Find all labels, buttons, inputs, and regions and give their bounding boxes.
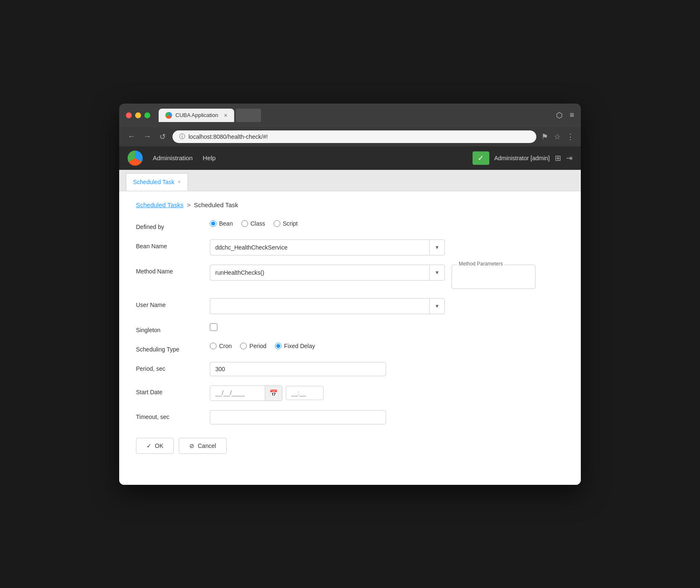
radio-class-label: Class [251,220,265,227]
radio-bean[interactable]: Bean [210,220,233,227]
method-name-row: Method Name runHealthChecks() ▼ Method P… [136,265,564,289]
tab-extra [236,109,261,122]
address-text: localhost:8080/health-check/#! [188,133,530,140]
calendar-button[interactable]: 📅 [265,386,282,401]
tab-scheduled-task[interactable]: Scheduled Task × [126,173,188,191]
radio-script[interactable]: Script [274,220,298,227]
more-icon: ⋮ [567,132,574,141]
radio-class[interactable]: Class [241,220,265,227]
radio-period[interactable]: Period [240,343,266,349]
method-params-label: Method Parameters [457,261,504,267]
bean-name-select[interactable]: ddchc_HealthCheckService ▼ [210,239,445,255]
title-bar: CUBA Application × ⬡ ≡ [119,104,581,127]
start-date-input[interactable] [210,386,265,400]
bean-name-dropdown-arrow[interactable]: ▼ [429,240,444,255]
user-name-select[interactable]: ▼ [210,298,445,314]
bookmark-flag-icon: ⚑ [541,132,548,141]
cancel-label: Cancel [198,442,216,449]
user-label: Administrator [admin] [494,155,550,161]
nav-help[interactable]: Help [203,151,216,165]
form-area: Scheduled Tasks > Scheduled Task Defined… [119,191,581,485]
method-name-label: Method Name [136,265,203,275]
breadcrumb-separator: > [187,201,191,208]
content-tabs: Scheduled Task × [119,170,581,191]
minimize-button[interactable] [135,112,141,118]
defined-by-radio-group: Bean Class Script [210,220,298,227]
radio-bean-input[interactable] [210,220,217,227]
singleton-checkbox[interactable] [210,323,217,331]
radio-class-input[interactable] [241,220,248,227]
back-button[interactable]: ← [126,130,137,143]
method-name-value: runHealthChecks() [210,269,429,276]
radio-cron-label: Cron [219,343,232,349]
radio-script-input[interactable] [274,220,280,227]
tab-scheduled-task-close[interactable]: × [178,179,181,185]
security-icon: ⓘ [179,133,185,140]
radio-fixed-delay-input[interactable] [275,343,282,349]
app-header: Administration Help ✓ Administrator [adm… [119,146,581,170]
ok-icon: ✓ [146,442,151,449]
user-name-label: User Name [136,298,203,308]
period-sec-input[interactable]: 300 [210,362,386,376]
radio-period-label: Period [249,343,266,349]
breadcrumb: Scheduled Tasks > Scheduled Task [136,201,564,208]
address-bar-input[interactable]: ⓘ localhost:8080/health-check/#! [172,130,536,143]
radio-bean-label: Bean [219,220,233,227]
radio-fixed-delay-label: Fixed Delay [284,343,315,349]
tab-scheduled-task-label: Scheduled Task [133,179,175,185]
refresh-button[interactable]: ↺ [158,130,167,143]
ok-label: OK [155,442,163,449]
timeout-sec-row: Timeout, sec [136,410,564,424]
traffic-lights [126,112,150,118]
header-right: ✓ Administrator [admin] ⊞ ⇥ [473,151,572,165]
tab-title: CUBA Application [175,112,218,118]
close-button[interactable] [126,112,132,118]
period-sec-label: Period, sec [136,362,203,372]
timeout-sec-input[interactable] [210,410,386,424]
scheduling-type-label: Scheduling Type [136,343,203,353]
singleton-row: Singleton [136,323,564,333]
start-date-label: Start Date [136,385,203,395]
radio-script-label: Script [283,220,298,227]
defined-by-label: Defined by [136,220,203,230]
method-name-dropdown-arrow[interactable]: ▼ [429,265,444,280]
radio-cron[interactable]: Cron [210,343,232,349]
singleton-checkbox-wrap [210,323,217,331]
breadcrumb-current: Scheduled Task [194,201,238,208]
ok-button[interactable]: ✓ OK [136,438,174,454]
cancel-button[interactable]: ⊘ Cancel [179,438,227,454]
grid-icon[interactable]: ⊞ [555,154,561,163]
star-icon: ☆ [554,132,561,141]
app-logo [128,151,143,166]
scheduling-type-row: Scheduling Type Cron Period Fixed Delay [136,343,564,353]
tab-bar: CUBA Application × [159,109,551,122]
breadcrumb-link[interactable]: Scheduled Tasks [136,201,183,208]
main-content: Scheduled Task × Scheduled Tasks > Sched… [119,170,581,485]
start-date-input-wrap: 📅 [210,385,282,401]
cancel-icon: ⊘ [189,442,194,449]
tab-favicon [165,112,172,119]
nav-administration[interactable]: Administration [153,151,193,165]
radio-cron-input[interactable] [210,343,217,349]
start-time-input[interactable] [286,386,324,400]
start-date-row: Start Date 📅 [136,385,564,401]
maximize-button[interactable] [144,112,150,118]
tab-close-icon[interactable]: × [224,112,227,119]
user-name-dropdown-arrow[interactable]: ▼ [429,299,444,314]
start-date-controls: 📅 [210,385,324,401]
defined-by-row: Defined by Bean Class Script [136,220,564,230]
radio-fixed-delay[interactable]: Fixed Delay [275,343,315,349]
radio-period-input[interactable] [240,343,247,349]
title-bar-icons: ⬡ ≡ [556,111,574,120]
timeout-sec-label: Timeout, sec [136,410,203,420]
method-params-box: Method Parameters [452,265,535,289]
period-sec-row: Period, sec 300 [136,362,564,376]
forward-button[interactable]: → [142,130,153,143]
method-name-select[interactable]: runHealthChecks() ▼ [210,265,445,281]
logout-icon[interactable]: ⇥ [566,154,572,163]
status-check-button[interactable]: ✓ [473,151,489,165]
browser-tab[interactable]: CUBA Application × [159,109,234,122]
screen-icon: ⬡ [556,111,563,120]
method-params-content [457,268,530,285]
bean-name-row: Bean Name ddchc_HealthCheckService ▼ [136,239,564,255]
